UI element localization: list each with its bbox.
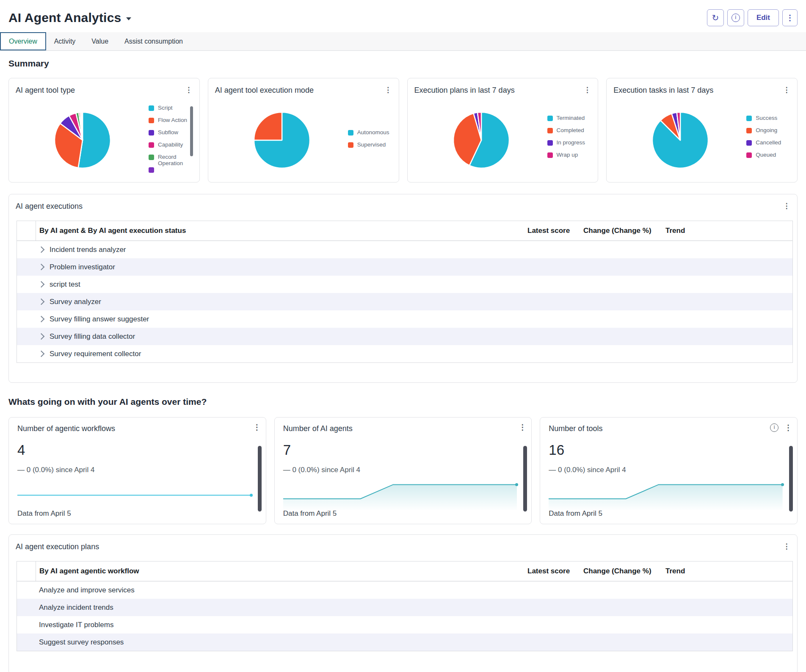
legend-item[interactable]: Success — [746, 115, 790, 127]
time-slider-handle[interactable] — [523, 446, 527, 512]
info-icon: i — [770, 423, 778, 432]
legend-swatch — [149, 118, 154, 123]
metric-footnote: Data from April 5 — [283, 509, 337, 518]
expand-chevron-icon[interactable] — [38, 264, 45, 271]
legend-execution-tasks: SuccessOngoingCancelledQueued — [746, 115, 790, 164]
card-number-of-tools: Number of tools i ⋮ 16 — 0 (0.0%) since … — [540, 417, 798, 524]
kebab-icon: ⋮ — [253, 423, 261, 431]
time-slider-handle[interactable] — [258, 446, 262, 512]
legend-item-clipped[interactable] — [149, 166, 193, 179]
card-kebab-button[interactable]: ⋮ — [582, 84, 593, 95]
table-row[interactable]: Survey filling answer suggester — [17, 310, 792, 328]
legend-label: Completed — [557, 127, 584, 133]
card-title: Execution tasks in last 7 days — [613, 86, 713, 95]
card-kebab-button[interactable]: ⋮ — [519, 423, 526, 431]
legend-item[interactable]: Capability — [149, 141, 193, 154]
legend-swatch — [547, 116, 553, 121]
expand-chevron-icon[interactable] — [38, 333, 45, 340]
legend-item[interactable]: Queued — [746, 152, 790, 164]
card-kebab-button[interactable]: ⋮ — [253, 423, 261, 431]
sparkline-end-dot — [250, 494, 253, 497]
legend-label: Subflow — [158, 129, 178, 136]
sparkline-end-dot — [515, 483, 518, 486]
expand-chevron-icon[interactable] — [38, 299, 45, 305]
row-name-cell: Analyze and improve services — [17, 586, 527, 595]
legend-label: Ongoing — [756, 127, 777, 133]
legend-item[interactable]: Subflow — [149, 129, 193, 141]
legend-execution-plans: TerminatedCompletedIn progressWrap up — [547, 115, 591, 164]
legend-item[interactable]: Script — [149, 105, 193, 117]
table-row[interactable]: Survey analyzer — [17, 293, 792, 310]
pie-slice-Supervised[interactable] — [254, 112, 282, 140]
card-number-of-ai-agents: Number of AI agents ⋮ 7 — 0 (0.0%) since… — [274, 417, 532, 524]
legend-item[interactable]: Record Operation — [149, 154, 193, 166]
table-row[interactable]: Suggest survey responses — [17, 633, 792, 651]
tab-overview[interactable]: Overview — [0, 32, 46, 50]
column-header-latest-score: Latest score — [527, 567, 583, 575]
card-ai-agent-executions: AI agent executions ⋮ By AI agent & By A… — [8, 194, 798, 383]
card-kebab-button[interactable]: ⋮ — [183, 84, 194, 95]
card-kebab-button[interactable]: ⋮ — [781, 84, 792, 95]
row-label: Analyze incident trends — [39, 603, 113, 612]
row-name-cell: Survey requirement collector — [17, 350, 527, 358]
row-label: Survey filling answer suggester — [50, 315, 149, 324]
row-label: Incident trends analyzer — [50, 246, 126, 254]
legend-item[interactable]: Cancelled — [746, 139, 790, 152]
legend-item[interactable]: Ongoing — [746, 127, 790, 139]
card-title: AI agent tool execution mode — [215, 86, 314, 95]
legend-item[interactable]: Completed — [547, 127, 591, 139]
header-kebab-button[interactable]: ⋮ — [782, 9, 798, 26]
expand-chevron-icon[interactable] — [38, 351, 45, 357]
info-button[interactable]: i — [770, 423, 778, 432]
card-kebab-button[interactable]: ⋮ — [781, 200, 792, 211]
refresh-button[interactable]: ↻ — [707, 9, 724, 26]
card-kebab-button[interactable]: ⋮ — [781, 541, 792, 552]
metric-footnote: Data from April 5 — [17, 509, 71, 518]
tab-value[interactable]: Value — [83, 32, 116, 50]
legend-label: Script — [158, 105, 173, 111]
row-label: Suggest survey responses — [39, 638, 124, 647]
table-row[interactable]: Incident trends analyzer — [17, 241, 792, 258]
tab-activity[interactable]: Activity — [46, 32, 84, 50]
table-row[interactable]: Survey requirement collector — [17, 345, 792, 362]
expand-chevron-icon[interactable] — [38, 316, 45, 323]
summary-heading: Summary — [8, 58, 798, 69]
legend-item[interactable]: Autonomous — [348, 129, 392, 141]
kebab-icon: ⋮ — [185, 86, 192, 94]
legend-label: Cancelled — [756, 139, 781, 146]
table-row[interactable]: Analyze and improve services — [17, 581, 792, 599]
legend-scrollbar[interactable] — [190, 106, 193, 156]
time-slider-handle[interactable] — [789, 446, 793, 512]
legend-item[interactable]: Supervised — [348, 141, 392, 154]
row-label: Survey requirement collector — [50, 350, 141, 358]
metric-title: Number of AI agents — [283, 424, 353, 433]
dashboard-title-dropdown[interactable]: AI Agent Analytics — [8, 11, 131, 25]
expand-chevron-icon[interactable] — [38, 281, 45, 288]
table-row[interactable]: Survey filling data collector — [17, 328, 792, 345]
table-row[interactable]: Problem investigator — [17, 258, 792, 276]
column-header-latest-score: Latest score — [527, 227, 583, 235]
kebab-icon: ⋮ — [584, 86, 591, 94]
card-execution-plans-7days: Execution plans in last 7 days ⋮ Termina… — [407, 78, 599, 183]
page-title: AI Agent Analytics — [8, 11, 121, 25]
legend-item[interactable]: Wrap up — [547, 152, 591, 164]
legend-label: Supervised — [357, 141, 386, 148]
metric-title: Number of agentic workflows — [17, 424, 115, 433]
table-row[interactable]: script test — [17, 276, 792, 293]
table-row[interactable]: Investigate IT problems — [17, 616, 792, 633]
legend-item[interactable]: In progress — [547, 139, 591, 152]
row-name-cell: Survey analyzer — [17, 298, 527, 306]
legend-item[interactable]: Flow Action — [149, 117, 193, 129]
card-title: AI agent tool type — [16, 86, 75, 95]
edit-button[interactable]: Edit — [748, 9, 779, 26]
tab-assist-consumption[interactable]: Assist consumption — [116, 32, 191, 50]
expand-chevron-icon[interactable] — [38, 246, 45, 253]
legend-item[interactable]: Terminated — [547, 115, 591, 127]
info-button[interactable]: i — [727, 9, 744, 26]
kebab-icon: ⋮ — [519, 423, 526, 431]
table-row[interactable]: Analyze incident trends — [17, 599, 792, 616]
legend-swatch — [547, 152, 553, 158]
card-title: AI agent executions — [16, 202, 83, 211]
card-kebab-button[interactable]: ⋮ — [383, 84, 394, 95]
card-kebab-button[interactable]: ⋮ — [784, 424, 792, 431]
